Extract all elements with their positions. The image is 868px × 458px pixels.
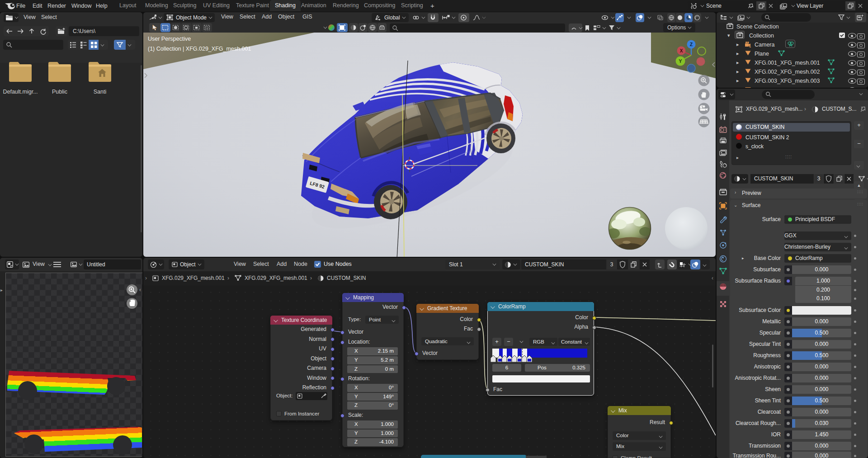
svg-text:Z: Z (690, 42, 693, 47)
svg-text:(1) Collection | XFG.029_XFG_m: (1) Collection | XFG.029_XFG_mesh.001 (148, 46, 251, 52)
svg-text:Default.migr...: Default.migr... (3, 89, 38, 95)
svg-text:Santi: Santi (94, 89, 107, 95)
svg-text:X: X (680, 48, 683, 53)
svg-text:Y: Y (679, 58, 682, 64)
svg-text:User Perspective: User Perspective (148, 36, 191, 42)
svg-text:Public: Public (52, 89, 67, 95)
